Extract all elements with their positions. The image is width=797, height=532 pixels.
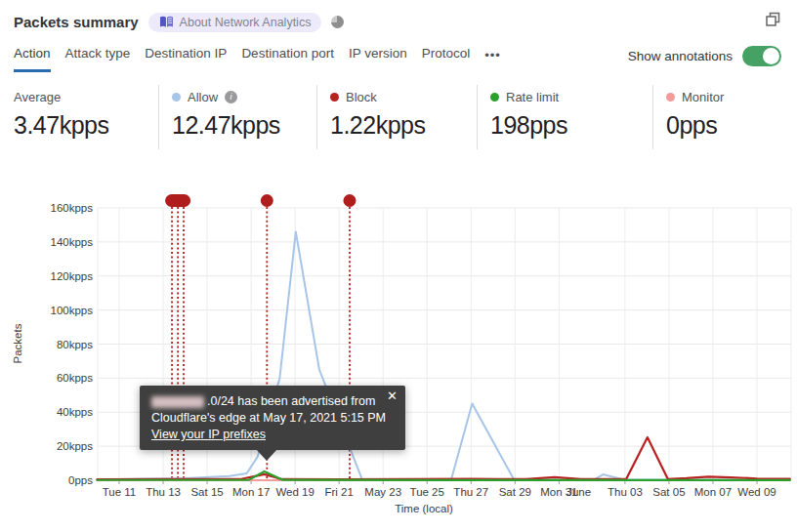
x-axis-tick-label: Tue 25 xyxy=(410,486,444,498)
y-axis-tick-label: 140kpps xyxy=(51,236,94,248)
x-axis-tick-label: Sat 05 xyxy=(652,486,685,498)
x-axis-tick-label: Thu 03 xyxy=(608,486,643,498)
stat-block-value: 1.22kpps xyxy=(330,111,469,140)
tooltip-line2: Cloudflare's edge at May 17, 2021 5:15 P… xyxy=(151,410,394,427)
x-axis-tick-label: Mon 07 xyxy=(694,486,732,498)
tooltip-close-button[interactable]: ✕ xyxy=(387,389,398,403)
stat-allow-value: 12.47kpps xyxy=(172,111,309,140)
x-axis-tick-label: Sat 29 xyxy=(499,486,531,498)
monitor-legend-dot xyxy=(666,93,675,102)
stat-average: Average 3.47kpps xyxy=(0,85,158,149)
y-axis-tick-label: 80kpps xyxy=(57,339,93,350)
progress-donut-icon xyxy=(331,16,344,28)
annotation-marker xyxy=(343,194,356,207)
tooltip-arrow xyxy=(256,449,277,461)
x-axis-tick-label: Tue 11 xyxy=(103,486,137,498)
toggle-knob xyxy=(763,48,779,64)
info-icon[interactable]: i xyxy=(225,91,237,103)
block-legend-dot xyxy=(330,93,339,102)
stat-rate-limit-value: 198pps xyxy=(490,111,645,140)
badge-label: About Network Analytics xyxy=(180,16,312,29)
x-axis-tick-label: Thu 13 xyxy=(146,486,181,498)
stat-block-label: Block xyxy=(346,90,377,104)
stat-monitor: Monitor 0pps xyxy=(652,85,796,149)
view-ip-prefixes-link[interactable]: View your IP prefixes xyxy=(151,428,266,441)
y-axis-tick-label: 100kpps xyxy=(51,305,94,316)
tab-destination-ip[interactable]: Destination IP xyxy=(145,46,227,72)
about-network-analytics-badge[interactable]: About Network Analytics xyxy=(148,13,322,32)
packets-time-series-chart[interactable]: 0pps20kpps40kpps60kpps80kpps100kpps120kp… xyxy=(0,181,797,532)
stat-allow: Allow i 12.47kpps xyxy=(158,85,316,149)
stat-monitor-label: Monitor xyxy=(682,90,724,104)
show-annotations-label: Show annotations xyxy=(628,49,733,63)
tab-ip-version[interactable]: IP version xyxy=(349,46,407,72)
rate-limit-legend-dot xyxy=(490,93,499,102)
page-title: Packets summary xyxy=(14,14,139,30)
annotation-marker xyxy=(261,194,273,207)
stat-monitor-value: 0pps xyxy=(666,111,788,140)
y-axis-tick-label: 20kpps xyxy=(57,440,93,452)
stat-rate-limit: Rate limit 198pps xyxy=(477,85,652,149)
pop-out-window-icon[interactable] xyxy=(765,12,781,32)
y-axis-tick-label: 0pps xyxy=(68,474,93,486)
tab-attack-type[interactable]: Attack type xyxy=(65,46,131,72)
chart-canvas[interactable]: 0pps20kpps40kpps60kpps80kpps100kpps120kp… xyxy=(0,181,797,527)
tab-destination-port[interactable]: Destination port xyxy=(241,46,334,72)
header: Packets summary About Network Analytics xyxy=(0,0,797,32)
stat-rate-limit-label: Rate limit xyxy=(506,90,559,104)
x-axis-tick-label: May 23 xyxy=(364,486,401,498)
x-axis-tick-label: Mon 17 xyxy=(232,486,270,498)
y-axis-tick-label: 160kpps xyxy=(51,202,94,214)
redacted-ip-prefix xyxy=(151,396,204,408)
annotation-group-marker xyxy=(165,194,190,207)
x-axis-tick-label: June xyxy=(566,486,591,498)
x-axis-tick-label: Fri 21 xyxy=(324,486,353,498)
tab-bar: Action Attack type Destination IP Destin… xyxy=(0,32,797,72)
y-axis-tick-label: 40kpps xyxy=(57,406,93,418)
more-tabs-button[interactable]: ••• xyxy=(484,46,501,72)
x-axis-tick-label: Wed 09 xyxy=(737,486,776,498)
stat-average-value: 3.47kpps xyxy=(14,111,150,140)
y-axis-tick-label: 120kpps xyxy=(51,270,94,282)
x-axis-tick-label: Sat 15 xyxy=(190,486,223,498)
stat-average-label: Average xyxy=(14,90,61,104)
x-axis-tick-label: Thu 27 xyxy=(453,486,488,498)
y-axis-title: Packets xyxy=(12,323,23,363)
stat-allow-label: Allow xyxy=(188,90,218,104)
annotation-tooltip: ✕ .0/24 has been advertised from Cloudfl… xyxy=(140,386,405,450)
y-axis-tick-label: 60kpps xyxy=(57,372,93,384)
x-axis-tick-label: Wed 19 xyxy=(275,486,314,498)
network-analytics-panel: Packets summary About Network Analytics … xyxy=(0,0,797,532)
show-annotations-toggle[interactable] xyxy=(742,46,781,66)
tab-protocol[interactable]: Protocol xyxy=(422,46,471,72)
allow-legend-dot xyxy=(172,93,181,102)
stats-row: Average 3.47kpps Allow i 12.47kpps Block… xyxy=(0,85,797,149)
stat-block: Block 1.22kpps xyxy=(316,85,477,149)
tab-action[interactable]: Action xyxy=(14,46,51,72)
x-axis-title: Time (local) xyxy=(395,503,453,514)
tooltip-line1: .0/24 has been advertised from xyxy=(207,394,375,408)
book-icon xyxy=(159,16,174,28)
